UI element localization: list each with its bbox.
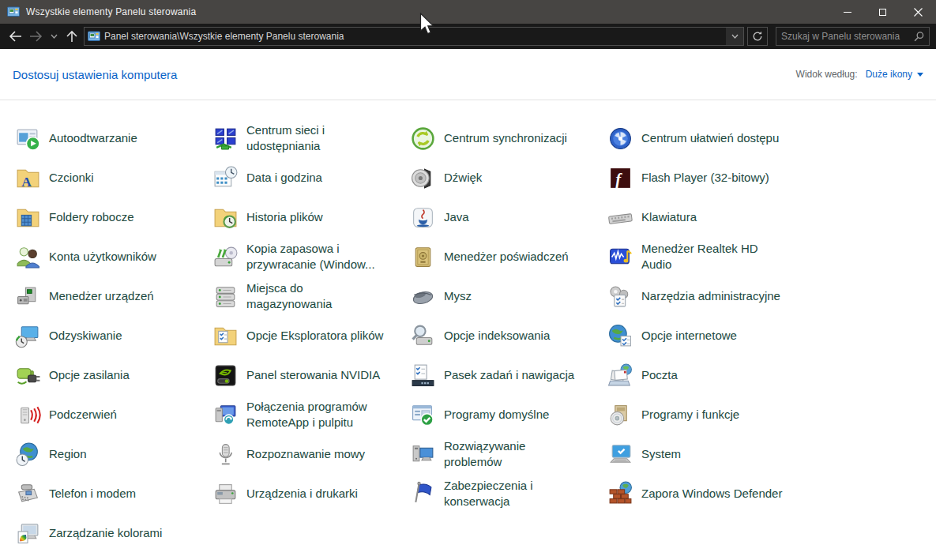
item-label: Menedżer Realtek HD Audio	[641, 241, 758, 272]
control-panel-item-sound[interactable]: Dźwięk	[408, 158, 606, 197]
storage-spaces-icon	[211, 282, 239, 310]
control-panel-item-default-programs[interactable]: Programy domyślne	[408, 395, 606, 434]
phone-modem-icon	[13, 479, 42, 508]
control-panel-item-realtek-audio[interactable]: Menedżer Realtek HD Audio	[606, 237, 803, 276]
control-panel-item-system[interactable]: System	[606, 434, 803, 474]
item-label: Menedżer urządzeń	[49, 288, 154, 304]
item-label: Panel sterowania NVIDIA	[246, 367, 380, 383]
item-label: Programy i funkcje	[641, 407, 739, 423]
control-panel-item-mail[interactable]: Poczta	[606, 355, 803, 395]
control-panel-item-infrared[interactable]: Podczerwień	[13, 395, 211, 434]
control-panel-item-date-time[interactable]: Data i godzina	[211, 158, 408, 197]
control-panel-item-mouse[interactable]: Mysz	[408, 276, 606, 316]
control-panel-item-troubleshooting[interactable]: Rozwiązywanie problemów	[408, 434, 606, 474]
recovery-icon	[13, 321, 42, 350]
item-label: Pasek zadań i nawigacja	[444, 367, 574, 383]
control-panel-item-region[interactable]: Region	[13, 434, 211, 474]
forward-button[interactable]	[25, 24, 46, 49]
control-panel-item-keyboard[interactable]: Klawiatura	[606, 197, 803, 237]
control-panel-item-internet-options[interactable]: Opcje internetowe	[606, 316, 803, 355]
mail-icon	[606, 361, 634, 389]
search-icon	[914, 32, 924, 42]
control-panel-item-credential-manager[interactable]: Menedżer poświadczeń	[408, 237, 606, 276]
view-selector-value: Duże ikony	[866, 69, 912, 80]
control-panel-item-phone-modem[interactable]: Telefon i modem	[13, 474, 211, 513]
control-panel-item-work-folders[interactable]: Foldery robocze	[13, 197, 211, 237]
control-panel-item-backup-restore[interactable]: Kopia zapasowa i przywracanie (Window...	[211, 237, 408, 276]
internet-options-icon	[606, 321, 634, 350]
control-panel-item-device-manager[interactable]: Menedżer urządzeń	[13, 276, 211, 316]
control-panel-item-file-history[interactable]: Historia plików	[211, 197, 408, 237]
address-bar[interactable]: Panel sterowania\Wszystkie elementy Pane…	[84, 27, 744, 46]
item-label: System	[641, 446, 681, 462]
item-label: Miejsca do magazynowania	[246, 280, 332, 312]
back-button[interactable]	[5, 24, 25, 49]
system-icon	[606, 440, 634, 468]
troubleshooting-icon	[408, 440, 437, 468]
control-panel-item-security-maintenance[interactable]: Zabezpieczenia i konserwacja	[408, 474, 606, 513]
speech-icon	[211, 440, 239, 468]
item-label: Narzędzia administracyjne	[641, 288, 780, 304]
control-panel-item-admin-tools[interactable]: Narzędzia administracyjne	[606, 276, 803, 316]
region-icon	[13, 440, 42, 468]
item-label: Klawiatura	[641, 209, 697, 225]
taskbar-nav-icon	[408, 361, 437, 389]
minimize-button[interactable]	[829, 0, 865, 24]
close-button[interactable]	[900, 0, 936, 24]
chevron-down-icon	[731, 34, 739, 39]
address-dropdown-button[interactable]	[726, 28, 743, 45]
control-panel-item-network-center[interactable]: Centrum sieci i udostępniania	[211, 118, 408, 158]
control-panel-item-user-accounts[interactable]: Konta użytkowników	[13, 237, 211, 276]
back-arrow-icon	[9, 31, 22, 42]
autoplay-icon	[13, 124, 42, 152]
control-panel-item-remoteapp[interactable]: Połączenia programów RemoteApp i pulpitu	[211, 395, 408, 434]
refresh-button[interactable]	[747, 27, 768, 46]
item-label: Poczta	[641, 367, 678, 383]
up-button[interactable]	[62, 24, 82, 49]
java-icon	[408, 203, 437, 231]
item-label: Zabezpieczenia i konserwacja	[444, 478, 533, 509]
page-title: Dostosuj ustawienia komputera	[13, 68, 177, 81]
control-panel-item-speech[interactable]: Rozpoznawanie mowy	[211, 434, 408, 474]
search-placeholder: Szukaj w Panelu sterowania	[781, 31, 914, 42]
item-label: Odzyskiwanie	[49, 328, 122, 344]
control-panel-item-nvidia[interactable]: Panel sterowania NVIDIA	[211, 355, 408, 395]
search-box[interactable]: Szukaj w Panelu sterowania	[776, 27, 930, 46]
minimize-icon	[844, 12, 851, 13]
control-panel-item-sync-center[interactable]: Centrum synchronizacji	[408, 118, 606, 158]
control-panel-item-taskbar-nav[interactable]: Pasek zadań i nawigacja	[408, 355, 606, 395]
control-panel-item-java[interactable]: Java	[408, 197, 606, 237]
address-text: Panel sterowania\Wszystkie elementy Pane…	[104, 31, 344, 42]
control-panel-item-indexing-options[interactable]: Opcje indeksowania	[408, 316, 606, 355]
item-label: Opcje internetowe	[641, 328, 737, 344]
item-label: Zarządzanie kolorami	[49, 525, 162, 541]
item-label: Urządzenia i drukarki	[246, 486, 358, 502]
item-label: Kopia zapasowa i przywracanie (Window...	[246, 241, 375, 272]
programs-features-icon	[606, 400, 634, 429]
control-panel-item-programs-features[interactable]: Programy i funkcje	[606, 395, 803, 434]
close-icon	[914, 8, 923, 17]
control-panel-item-explorer-options[interactable]: Opcje Eksploratora plików	[211, 316, 408, 355]
recent-pages-button[interactable]	[46, 24, 62, 49]
control-panel-item-fonts[interactable]: ACzcionki	[13, 158, 211, 197]
maximize-button[interactable]	[865, 0, 900, 24]
item-label: Centrum sieci i udostępniania	[246, 122, 325, 154]
control-panel-item-flash-player[interactable]: fFlash Player (32-bitowy)	[606, 158, 803, 197]
network-center-icon	[211, 124, 239, 152]
dropdown-arrow-icon	[917, 73, 923, 77]
control-panel-item-autoplay[interactable]: Autoodtwarzanie	[13, 118, 211, 158]
item-label: Konta użytkowników	[49, 249, 156, 265]
control-panel-item-storage-spaces[interactable]: Miejsca do magazynowania	[211, 276, 408, 316]
control-panel-item-ease-of-access[interactable]: Centrum ułatwień dostępu	[606, 118, 803, 158]
control-panel-item-color-management[interactable]: Zarządzanie kolorami	[13, 513, 211, 553]
nvidia-icon	[211, 361, 239, 389]
control-panel-item-devices-printers[interactable]: Urządzenia i drukarki	[211, 474, 408, 513]
item-label: Podczerwień	[49, 407, 117, 423]
item-label: Flash Player (32-bitowy)	[641, 170, 769, 186]
item-label: Telefon i modem	[49, 486, 136, 502]
control-panel-item-firewall[interactable]: Zapora Windows Defender	[606, 474, 803, 513]
window-controls	[829, 0, 936, 24]
view-selector[interactable]: Duże ikony	[866, 69, 923, 80]
control-panel-item-power-options[interactable]: Opcje zasilania	[13, 355, 211, 395]
control-panel-item-recovery[interactable]: Odzyskiwanie	[13, 316, 211, 355]
